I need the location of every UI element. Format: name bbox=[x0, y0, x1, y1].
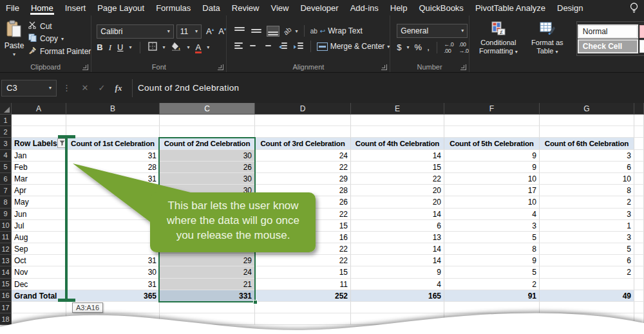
row-header-16[interactable]: 16 bbox=[0, 290, 12, 302]
cell-E4[interactable]: 14 bbox=[351, 150, 444, 162]
cell-E10[interactable]: 6 bbox=[351, 220, 444, 232]
cell-F6[interactable]: 10 bbox=[444, 173, 540, 185]
cell-E11[interactable]: 13 bbox=[351, 232, 444, 243]
font-name-select[interactable]: Calibri ▾ bbox=[97, 24, 173, 39]
tab-formulas[interactable]: Formulas bbox=[150, 0, 196, 15]
font-dialog-launcher[interactable] bbox=[218, 64, 223, 70]
cell-D17[interactable] bbox=[255, 302, 351, 313]
cell-G12[interactable]: 5 bbox=[540, 243, 634, 255]
cell-D12[interactable]: 22 bbox=[255, 243, 351, 255]
cell-B8[interactable] bbox=[66, 196, 160, 208]
cell-H18[interactable] bbox=[634, 313, 644, 325]
cell-G10[interactable]: 1 bbox=[540, 220, 634, 232]
cell-B15[interactable]: 31 bbox=[66, 279, 160, 290]
cell-D5[interactable]: 22 bbox=[255, 162, 351, 173]
row-header-12[interactable]: 12 bbox=[0, 243, 12, 255]
cell-A4[interactable]: Jan bbox=[12, 150, 66, 162]
cell-D16[interactable]: 252 bbox=[255, 290, 351, 302]
cell-H5[interactable] bbox=[634, 162, 644, 173]
clipboard-dialog-launcher[interactable] bbox=[82, 64, 88, 70]
cell-D3[interactable]: Count of 3rd Celebration bbox=[255, 138, 351, 149]
cell-B12[interactable] bbox=[66, 243, 160, 255]
cell-G3[interactable]: Count of 6th Celebration bbox=[540, 138, 634, 149]
cell-D7[interactable]: 28 bbox=[255, 185, 351, 196]
name-box[interactable]: C3 ▾ bbox=[1, 80, 57, 97]
column-header-B[interactable]: B bbox=[66, 103, 160, 115]
cell-E1[interactable] bbox=[351, 115, 444, 126]
cell-G16[interactable]: 49 bbox=[540, 290, 634, 302]
cell-A3[interactable]: Row Labels bbox=[12, 138, 66, 149]
cell-A7[interactable]: Apr bbox=[12, 185, 66, 196]
tab-developer[interactable]: Developer bbox=[294, 0, 344, 15]
number-format-select[interactable]: General ▾ bbox=[397, 24, 468, 38]
cell-B2[interactable] bbox=[66, 126, 160, 138]
cell-C9[interactable] bbox=[160, 209, 255, 220]
cell-C18[interactable] bbox=[160, 313, 255, 325]
row-header-18[interactable]: 18 bbox=[0, 313, 12, 325]
cell-H2[interactable] bbox=[634, 126, 644, 138]
cell-D9[interactable]: 22 bbox=[255, 209, 351, 220]
cell-G7[interactable]: 8 bbox=[540, 185, 634, 196]
cell-A11[interactable]: Aug bbox=[12, 232, 66, 243]
cell-A10[interactable]: Jul bbox=[12, 220, 66, 232]
cell-E7[interactable]: 20 bbox=[351, 185, 444, 196]
cell-G9[interactable]: 3 bbox=[540, 209, 634, 220]
increase-indent-button[interactable] bbox=[292, 41, 305, 52]
cell-H4[interactable] bbox=[634, 150, 644, 162]
cell-E13[interactable]: 14 bbox=[351, 255, 444, 266]
style-chip-bad[interactable]: Bad bbox=[639, 25, 644, 38]
fill-color-button[interactable] bbox=[171, 42, 182, 53]
cell-F9[interactable]: 4 bbox=[444, 209, 540, 220]
row-header-10[interactable]: 10 bbox=[0, 220, 12, 232]
cell-F10[interactable]: 3 bbox=[444, 220, 540, 232]
row-labels-filter-button[interactable] bbox=[57, 138, 66, 148]
cell-F4[interactable]: 9 bbox=[444, 150, 540, 162]
cell-G4[interactable]: 3 bbox=[540, 150, 634, 162]
align-top-button[interactable] bbox=[233, 26, 246, 37]
merge-center-button[interactable]: Merge & Center ▾ bbox=[317, 42, 390, 51]
cell-G13[interactable]: 6 bbox=[540, 255, 634, 266]
row-header-6[interactable]: 6 bbox=[0, 173, 12, 185]
cell-D11[interactable]: 16 bbox=[255, 232, 351, 243]
row-header-9[interactable]: 9 bbox=[0, 209, 12, 220]
cell-E14[interactable]: 9 bbox=[351, 266, 444, 278]
column-header-E[interactable]: E bbox=[351, 103, 444, 115]
cell-C13[interactable]: 29 bbox=[160, 255, 255, 266]
cell-A13[interactable]: Oct bbox=[12, 255, 66, 266]
tab-add-ins[interactable]: Add-ins bbox=[345, 0, 384, 15]
font-color-button[interactable]: A bbox=[196, 42, 202, 52]
style-chip-normal[interactable]: Normal bbox=[578, 25, 638, 38]
cell-A6[interactable]: Mar bbox=[12, 173, 66, 185]
cell-D8[interactable]: 26 bbox=[255, 196, 351, 208]
cell-H16[interactable] bbox=[634, 290, 644, 302]
row-header-17[interactable]: 17 bbox=[0, 302, 12, 313]
cell-E6[interactable]: 22 bbox=[351, 173, 444, 185]
number-dialog-launcher[interactable] bbox=[460, 64, 466, 70]
decrease-indent-button[interactable] bbox=[276, 41, 289, 52]
style-chip-explanatory[interactable]: Explanatory bbox=[639, 40, 644, 53]
cell-C16[interactable]: 331 bbox=[160, 290, 255, 302]
tab-pivottable-analyze[interactable]: PivotTable Analyze bbox=[469, 0, 551, 15]
cell-H8[interactable] bbox=[634, 196, 644, 208]
row-header-2[interactable]: 2 bbox=[0, 126, 12, 138]
tab-home[interactable]: Home bbox=[25, 0, 59, 15]
align-right-button[interactable] bbox=[262, 41, 272, 52]
cell-F1[interactable] bbox=[444, 115, 540, 126]
tab-insert[interactable]: Insert bbox=[59, 0, 92, 15]
formula-input[interactable]: Count of 2nd Celebration bbox=[138, 83, 239, 93]
cell-G18[interactable] bbox=[540, 313, 634, 325]
cell-B13[interactable]: 31 bbox=[66, 255, 160, 266]
cell-C11[interactable] bbox=[160, 232, 255, 243]
cell-F7[interactable]: 17 bbox=[444, 185, 540, 196]
cell-G11[interactable]: 3 bbox=[540, 232, 634, 243]
cell-H12[interactable] bbox=[634, 243, 644, 255]
cell-B18[interactable] bbox=[66, 313, 160, 325]
cell-E16[interactable]: 165 bbox=[351, 290, 444, 302]
cell-D4[interactable]: 24 bbox=[255, 150, 351, 162]
cell-E3[interactable]: Count of 4th Celebration bbox=[351, 138, 444, 149]
cell-A12[interactable]: Sep bbox=[12, 243, 66, 255]
cell-B7[interactable] bbox=[66, 185, 160, 196]
cell-A5[interactable]: Feb bbox=[12, 162, 66, 173]
cell-D15[interactable]: 11 bbox=[255, 279, 351, 290]
cell-C12[interactable] bbox=[160, 243, 255, 255]
